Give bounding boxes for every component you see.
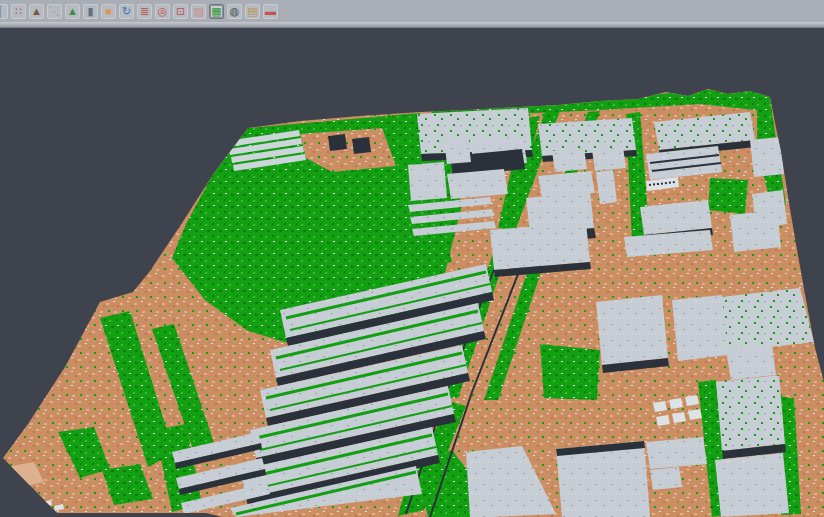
clipped-tool-icon[interactable]: ▌: [0, 4, 8, 19]
ortho-square-icon[interactable]: ■: [101, 4, 116, 19]
terrain-green-glyph: ▲: [67, 6, 78, 17]
red-stripe-tool-glyph: ▬: [265, 6, 276, 17]
terrain-brown-glyph: ▲: [31, 6, 42, 17]
checker-tool-icon[interactable]: ▨: [191, 4, 206, 19]
target-circle-icon[interactable]: ◎: [155, 4, 170, 19]
scene-bld-grid-5: [447, 169, 508, 199]
viewport-3d[interactable]: [0, 0, 824, 517]
scene-bld-sq-1: [552, 148, 587, 172]
scene-shed-dark-1: [328, 134, 347, 151]
histogram-tool-icon[interactable]: ▤: [245, 4, 260, 19]
point-pairs-align-glyph: ∷: [15, 6, 22, 17]
layers-list-glyph: ≣: [140, 6, 149, 17]
app-window: ▌∷▲⋱▲▮■↻≣◎⊡▨▦◍▤▬: [0, 0, 824, 517]
clip-box-icon[interactable]: ⊡: [173, 4, 188, 19]
scene-bld-sw-2: [646, 437, 707, 469]
rotate-sphere-icon[interactable]: ↻: [119, 4, 134, 19]
classification-colors-icon[interactable]: ▦: [209, 4, 224, 19]
sparse-points-icon[interactable]: ⋱: [47, 4, 62, 19]
globe-tool-icon[interactable]: ◍: [227, 4, 242, 19]
ortho-square-glyph: ■: [105, 6, 112, 17]
clip-box-glyph: ⊡: [176, 6, 185, 17]
scene-veg-right-blob: [708, 178, 748, 214]
scene-bld-rcol-3: [730, 210, 781, 252]
rotate-sphere-glyph: ↻: [122, 6, 131, 17]
scene-bld-sm-1: [444, 138, 471, 164]
scene-bld-rcol-1: [750, 137, 784, 177]
scene-bld-sq-2: [592, 147, 626, 171]
scene-veg-mid-right-blob: [540, 344, 600, 400]
scene-bld-se-2: [715, 453, 789, 517]
terrain-green-icon[interactable]: ▲: [65, 4, 80, 19]
main-toolbar: ▌∷▲⋱▲▮■↻≣◎⊡▨▦◍▤▬: [0, 0, 824, 22]
toolbar-separator: [0, 22, 824, 28]
scene-bld-redge-2: [726, 345, 776, 380]
target-circle-glyph: ◎: [158, 6, 168, 17]
layers-list-icon[interactable]: ≣: [137, 4, 152, 19]
scene-shed-dark-2: [352, 137, 371, 154]
scene-bld-sm-2: [408, 162, 447, 201]
checker-tool-glyph: ▨: [193, 6, 203, 17]
scene-bld-se-1: [716, 375, 785, 451]
scene-bld-mid-1: [596, 295, 668, 365]
histogram-tool-glyph: ▤: [247, 6, 257, 17]
clipped-tool-glyph: ▌: [0, 6, 4, 17]
scene-bld-sw-3: [650, 467, 682, 490]
globe-tool-glyph: ◍: [230, 6, 240, 17]
point-pairs-align-icon[interactable]: ∷: [11, 4, 26, 19]
scene-bld-redge-1: [712, 288, 814, 352]
scene-bld-mid-2: [672, 295, 728, 361]
scene-svg: [0, 0, 824, 517]
column-tool-glyph: ▮: [87, 6, 93, 17]
sparse-points-glyph: ⋱: [49, 6, 60, 17]
terrain-brown-icon[interactable]: ▲: [29, 4, 44, 19]
scene-bld-center-2: [490, 222, 590, 270]
classification-colors-glyph: ▦: [211, 6, 221, 17]
red-stripe-tool-icon[interactable]: ▬: [263, 4, 278, 19]
column-tool-icon[interactable]: ▮: [83, 4, 98, 19]
